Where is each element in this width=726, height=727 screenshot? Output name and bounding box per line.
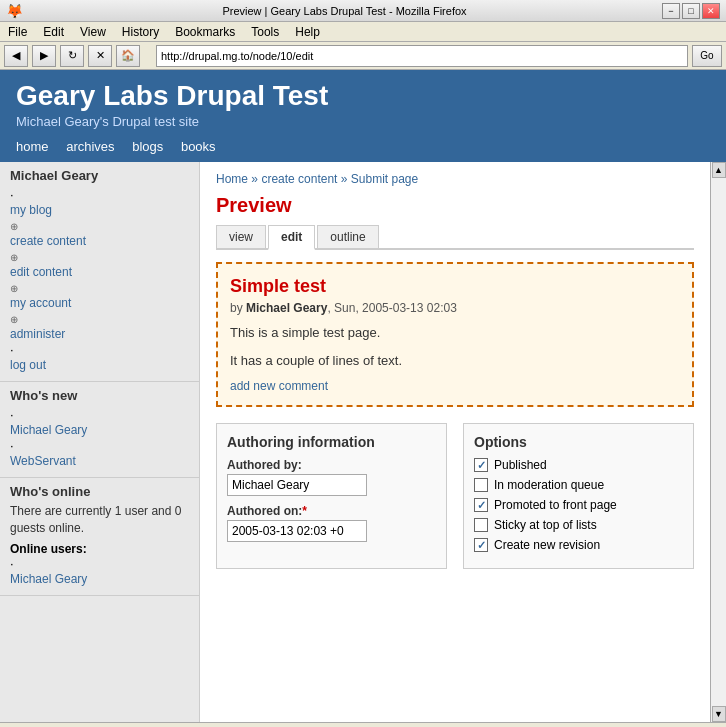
menu-history[interactable]: History <box>118 23 163 41</box>
menu-file[interactable]: File <box>4 23 31 41</box>
address-text: http://drupal.mg.to/node/10/edit <box>161 50 313 62</box>
status-bar: Done <box>0 722 726 727</box>
sidebar-item-log-out[interactable]: log out <box>10 357 189 373</box>
breadcrumb-home[interactable]: Home <box>216 172 248 186</box>
minimize-button[interactable]: − <box>662 3 680 19</box>
tabs: view edit outline <box>216 225 694 250</box>
close-button[interactable]: ✕ <box>702 3 720 19</box>
browser-title: Preview | Geary Labs Drupal Test - Mozil… <box>27 5 662 17</box>
preview-box: Simple test by Michael Geary, Sun, 2005-… <box>216 262 694 407</box>
scroll-up-button[interactable]: ▲ <box>712 162 726 178</box>
address-bar[interactable]: http://drupal.mg.to/node/10/edit <box>156 45 688 67</box>
stop-button[interactable]: ✕ <box>88 45 112 67</box>
sticky-checkbox[interactable] <box>474 518 488 532</box>
scrollbar[interactable]: ▲ ▼ <box>710 162 726 722</box>
reload-button[interactable]: ↻ <box>60 45 84 67</box>
menu-view[interactable]: View <box>76 23 110 41</box>
sidebar-new-user-2[interactable]: WebServant <box>10 453 189 469</box>
sidebar-online-user-1[interactable]: Michael Geary <box>10 571 189 587</box>
tab-outline[interactable]: outline <box>317 225 378 248</box>
breadcrumb: Home » create content » Submit page <box>216 172 694 186</box>
option-published[interactable]: Published <box>474 458 683 472</box>
moderation-checkbox[interactable] <box>474 478 488 492</box>
menu-help[interactable]: Help <box>291 23 324 41</box>
breadcrumb-create[interactable]: create content <box>261 172 337 186</box>
authored-by-field: Authored by: <box>227 458 436 496</box>
promoted-label: Promoted to front page <box>494 498 617 512</box>
option-sticky[interactable]: Sticky at top of lists <box>474 518 683 532</box>
option-promoted[interactable]: Promoted to front page <box>474 498 683 512</box>
sidebar-item-create-content[interactable]: create content <box>10 233 189 249</box>
sidebar-whos-new-block: Who's new · Michael Geary · WebServant <box>0 382 199 478</box>
back-button[interactable]: ◀ <box>4 45 28 67</box>
site-title: Geary Labs Drupal Test <box>16 80 710 112</box>
sidebar-whos-new-title: Who's new <box>10 388 189 403</box>
menu-bookmarks[interactable]: Bookmarks <box>171 23 239 41</box>
browser-icon: 🦊 <box>6 3 23 19</box>
go-button[interactable]: Go <box>692 45 722 67</box>
sidebar-item-administer[interactable]: administer <box>10 326 189 342</box>
authored-by-input[interactable] <box>227 474 367 496</box>
moderation-label: In moderation queue <box>494 478 604 492</box>
authored-on-label: Authored on:* <box>227 504 436 518</box>
site-subtitle: Michael Geary's Drupal test site <box>16 114 710 129</box>
promoted-checkbox[interactable] <box>474 498 488 512</box>
preview-meta: by Michael Geary, Sun, 2005-03-13 02:03 <box>230 301 680 315</box>
published-checkbox[interactable] <box>474 458 488 472</box>
breadcrumb-sep2: » <box>341 172 351 186</box>
breadcrumb-current[interactable]: Submit page <box>351 172 418 186</box>
tab-edit[interactable]: edit <box>268 225 315 250</box>
breadcrumb-sep1: » <box>251 172 261 186</box>
authored-by-label: Authored by: <box>227 458 436 472</box>
forward-button[interactable]: ▶ <box>32 45 56 67</box>
nav-blogs[interactable]: blogs <box>132 139 163 154</box>
authoring-title: Authoring information <box>227 434 436 450</box>
sidebar-new-user-1[interactable]: Michael Geary <box>10 422 189 438</box>
site-nav: home archives blogs books <box>0 135 726 162</box>
preview-body-line1: This is a simple test page. <box>230 323 680 343</box>
nav-home[interactable]: home <box>16 139 49 154</box>
tab-view[interactable]: view <box>216 225 266 248</box>
nav-books[interactable]: books <box>181 139 216 154</box>
sidebar-online-users-label: Online users: <box>10 542 87 556</box>
scroll-down-button[interactable]: ▼ <box>712 706 726 722</box>
option-moderation[interactable]: In moderation queue <box>474 478 683 492</box>
preview-heading: Preview <box>216 194 694 217</box>
maximize-button[interactable]: □ <box>682 3 700 19</box>
options-section: Options Published In moderation queue Pr… <box>463 423 694 569</box>
sidebar-online-text: There are currently 1 user and 0 guests … <box>10 503 189 537</box>
nav-archives[interactable]: archives <box>66 139 114 154</box>
browser-titlebar: 🦊 Preview | Geary Labs Drupal Test - Moz… <box>0 0 726 22</box>
sidebar-user-block: Michael Geary · my blog ⊕ create content… <box>0 162 199 382</box>
option-revision[interactable]: Create new revision <box>474 538 683 552</box>
site-header: Geary Labs Drupal Test Michael Geary's D… <box>0 70 726 135</box>
authored-on-input[interactable] <box>227 520 367 542</box>
menu-edit[interactable]: Edit <box>39 23 68 41</box>
preview-body-line2: It has a couple of lines of text. <box>230 351 680 371</box>
sidebar-item-my-blog[interactable]: my blog <box>10 202 189 218</box>
main-layout: Michael Geary · my blog ⊕ create content… <box>0 162 726 722</box>
content-area: Home » create content » Submit page Prev… <box>200 162 710 579</box>
home-button[interactable]: 🏠 <box>116 45 140 67</box>
published-label: Published <box>494 458 547 472</box>
sidebar: Michael Geary · my blog ⊕ create content… <box>0 162 200 722</box>
menu-tools[interactable]: Tools <box>247 23 283 41</box>
authored-on-field: Authored on:* <box>227 504 436 542</box>
preview-node-title: Simple test <box>230 276 680 297</box>
sidebar-whos-online-block: Who's online There are currently 1 user … <box>0 478 199 596</box>
sidebar-item-edit-content[interactable]: edit content <box>10 264 189 280</box>
sidebar-user-title: Michael Geary <box>10 168 189 183</box>
add-comment-link[interactable]: add new comment <box>230 379 328 393</box>
preview-author: Michael Geary <box>246 301 327 315</box>
sticky-label: Sticky at top of lists <box>494 518 597 532</box>
sidebar-whos-online-title: Who's online <box>10 484 189 499</box>
options-title: Options <box>474 434 683 450</box>
preview-add-comment[interactable]: add new comment <box>230 378 680 393</box>
form-sections: Authoring information Authored by: Autho… <box>216 423 694 569</box>
sidebar-item-my-account[interactable]: my account <box>10 295 189 311</box>
revision-label: Create new revision <box>494 538 600 552</box>
authoring-section: Authoring information Authored by: Autho… <box>216 423 447 569</box>
revision-checkbox[interactable] <box>474 538 488 552</box>
browser-menubar: File Edit View History Bookmarks Tools H… <box>0 22 726 42</box>
browser-toolbar: ◀ ▶ ↻ ✕ 🏠 http://drupal.mg.to/node/10/ed… <box>0 42 726 70</box>
